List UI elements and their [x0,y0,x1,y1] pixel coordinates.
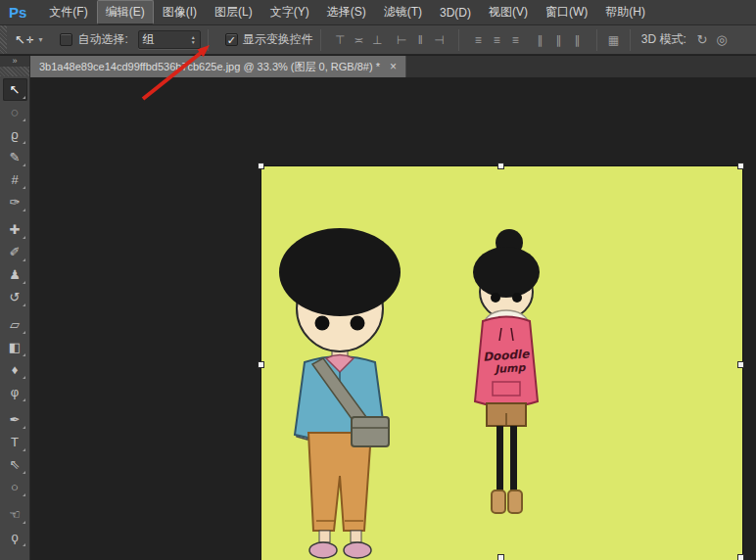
auto-select-target-value: 组 [143,31,191,48]
toolbar-collapse-button[interactable]: » [0,56,29,67]
tool-blur[interactable]: ♦ [3,358,27,381]
dodge-tool-icon: φ [11,385,19,399]
transform-handle-top-center[interactable] [497,163,504,169]
menu-help[interactable]: 帮助(H) [596,0,654,24]
close-icon[interactable]: × [390,60,397,73]
align-group-vertical: ⊤ ≍ ⊥ [331,33,387,47]
divider [458,29,459,51]
eraser-tool-icon: ▱ [10,317,20,332]
tool-history-brush[interactable]: ↺ [3,286,27,308]
menu-edit[interactable]: 编辑(E) [97,0,154,24]
boy-figure [279,228,401,558]
distribute-vertical-centers-button[interactable]: ≡ [488,33,506,47]
history-brush-tool-icon: ↺ [10,290,21,304]
menu-bar: Ps 文件(F) 编辑(E) 图像(I) 图层(L) 文字(Y) 选择(S) 滤… [0,0,756,25]
tool-eraser[interactable]: ▱ [3,313,27,336]
tool-clone-stamp[interactable]: ♟ [3,263,27,286]
align-right-edges-button[interactable]: ⊣ [430,33,449,47]
tool-ellipse-shape[interactable]: ○ [3,476,27,498]
menu-image[interactable]: 图像(I) [154,0,206,24]
distribute-group-vertical: ≡ ≡ ≡ [469,33,525,47]
tool-brush[interactable]: ✐ [3,241,27,263]
3d-orbit-icon[interactable]: ↻ [692,32,712,47]
toolbar-grip[interactable] [0,67,29,76]
transform-handle-bottom-right[interactable] [737,554,744,560]
menu-view[interactable]: 视图(V) [480,0,537,24]
tool-quick-selection[interactable]: ✎ [3,146,27,168]
tool-spot-healing-brush[interactable]: ✚ [3,218,27,241]
menu-type[interactable]: 文字(Y) [261,0,318,24]
move-tool-icon: ↖ [15,32,25,47]
align-horizontal-centers-button[interactable]: ‖ [411,33,430,47]
menu-select[interactable]: 选择(S) [318,0,375,24]
divider [320,29,321,51]
auto-select-target-dropdown[interactable]: 组 ▲ ▼ [138,30,201,49]
show-transform-controls-checkbox[interactable]: ✓ [225,33,238,46]
distribute-right-edges-button[interactable]: ∥ [568,33,587,47]
pen-tool-icon: ✒ [10,412,21,427]
tool-pen[interactable]: ✒ [3,408,27,431]
gradient-tool-icon: ◧ [9,340,21,354]
move-cross-icon: ✛ [26,35,34,45]
transform-handle-bottom-center[interactable] [497,554,504,560]
tool-eyedropper[interactable]: ✑ [3,191,27,213]
menu-filter[interactable]: 滤镜(T) [375,0,431,24]
tool-crop[interactable]: # [3,168,27,191]
align-vertical-centers-button[interactable]: ≍ [350,33,368,47]
tool-lasso[interactable]: ϱ [3,123,27,146]
lasso-tool-icon: ϱ [11,127,18,142]
transform-handle-top-left[interactable] [258,163,264,169]
threed-mode-label: 3D 模式: [641,31,686,48]
distribute-horizontal-centers-button[interactable]: ∥ [549,33,568,47]
transform-handle-middle-left[interactable] [258,361,264,368]
3d-roll-icon[interactable]: ◎ [712,32,732,47]
tool-path-selection[interactable]: ⇖ [3,453,27,476]
menu-3d[interactable]: 3D(D) [431,2,480,23]
distribute-bottom-edges-button[interactable]: ≡ [506,33,525,47]
menu-window[interactable]: 窗口(W) [537,0,596,24]
move-tool-preset-button[interactable]: ↖ ✛ ▾ [15,32,42,47]
distribute-top-edges-button[interactable]: ≡ [469,33,488,47]
auto-select-label: 自动选择: [77,31,127,48]
options-bar-grip[interactable] [0,25,7,55]
checkmark-icon: ✓ [226,34,237,46]
divider [630,29,631,51]
path-selection-tool-icon: ⇖ [10,457,21,472]
quick-selection-tool-icon: ✎ [10,150,21,164]
tools-panel: » ↖ ◌ ϱ ✎ # ✑ ✚ ✐ ♟ ↺ ▱ ◧ ♦ φ ✒ T ⇖ ○ ☜ … [0,56,30,560]
stepper-icon: ▲ ▼ [191,35,196,45]
distribute-left-edges-button[interactable]: ∥ [531,33,549,47]
menu-file[interactable]: 文件(F) [40,0,96,24]
tool-move[interactable]: ↖ [3,78,27,101]
type-tool-icon: T [11,435,19,449]
tool-elliptical-marquee[interactable]: ◌ [3,101,27,123]
divider [208,29,209,51]
document-tab-bar: 3b1a48e89ce14cd99ffbd536b7cb625e.jpg @ 3… [30,56,756,77]
transform-handle-top-right[interactable] [737,163,744,169]
align-left-edges-button[interactable]: ⊢ [393,33,411,47]
crop-tool-icon: # [11,172,18,187]
marquee-tool-icon: ◌ [11,105,19,119]
transform-handle-middle-right[interactable] [737,361,744,368]
tool-zoom[interactable]: ϙ [3,526,27,548]
shape-tool-icon: ○ [11,480,19,494]
document-tab[interactable]: 3b1a48e89ce14cd99ffbd536b7cb625e.jpg @ 3… [30,56,406,77]
tool-dodge[interactable]: φ [3,381,27,403]
tool-type[interactable]: T [3,431,27,453]
auto-select-checkbox[interactable] [60,33,72,46]
eyedropper-tool-icon: ✑ [10,195,21,210]
show-transform-controls-label: 显示变换控件 [243,31,313,48]
tool-hand[interactable]: ☜ [3,503,27,526]
divider [596,29,597,51]
photoshop-logo: Ps [9,4,26,21]
auto-align-layers-button[interactable]: ▦ [604,33,623,47]
tool-gradient[interactable]: ◧ [3,336,27,358]
align-top-edges-button[interactable]: ⊤ [331,33,350,47]
menu-layer[interactable]: 图层(L) [206,0,261,24]
document-canvas[interactable]: Doodle Jump [261,166,742,560]
blur-tool-icon: ♦ [12,362,19,377]
zoom-tool-icon: ϙ [11,530,18,544]
clone-stamp-tool-icon: ♟ [9,267,21,282]
healing-brush-tool-icon: ✚ [10,222,21,237]
align-bottom-edges-button[interactable]: ⊥ [368,33,387,47]
